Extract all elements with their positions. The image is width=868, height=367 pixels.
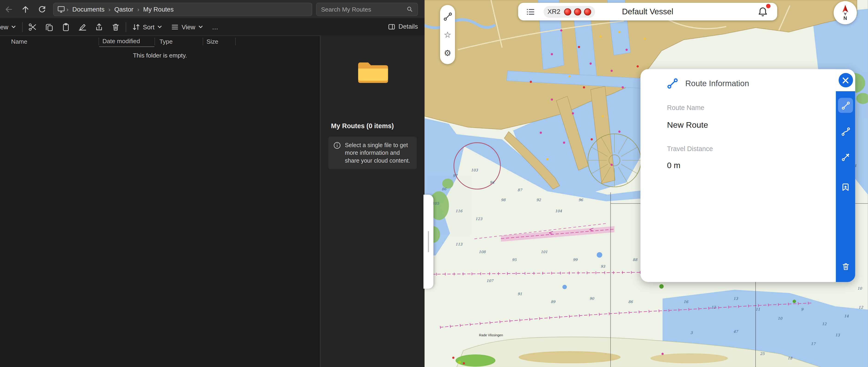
list-menu-icon: [526, 7, 535, 16]
sort-button[interactable]: Sort: [129, 20, 165, 33]
breadcrumb-separator: ›: [107, 6, 112, 12]
file-explorer-window: › Documents › Qastor › My Routes New: [0, 0, 425, 367]
info-icon: [333, 141, 341, 149]
map-left-toolbar: ☆ ⚙: [440, 5, 455, 64]
travel-distance-value: 0 m: [667, 161, 680, 170]
refresh-button[interactable]: [35, 3, 49, 16]
up-arrow-icon: [21, 5, 30, 13]
preview-title: My Routes (0 items): [331, 122, 394, 130]
status-light: [574, 8, 581, 15]
edit-route-tool-button[interactable]: [838, 98, 853, 113]
panel-title: Route Information: [685, 79, 749, 88]
more-options-button[interactable]: …: [209, 20, 221, 33]
chevron-down-icon: [11, 24, 16, 29]
drag-grip: [428, 231, 429, 252]
star-icon: ☆: [444, 31, 451, 39]
explorer-navbar: › Documents › Qastor › My Routes: [0, 0, 425, 18]
rename-button[interactable]: [76, 20, 89, 33]
toolbar-divider: [126, 22, 126, 32]
search-icon: [406, 5, 413, 13]
delete-route-button[interactable]: [838, 259, 853, 274]
share-button[interactable]: [92, 20, 106, 33]
paste-icon: [62, 23, 70, 31]
rename-icon: [78, 23, 87, 31]
route-info-card: Route Information Route Name New Route T…: [641, 69, 855, 282]
route-curve-icon: [841, 127, 850, 136]
info-text: Select a single file to get more informa…: [345, 141, 412, 164]
search-input[interactable]: [321, 6, 406, 12]
ellipsis-icon: …: [212, 24, 218, 30]
copy-button[interactable]: [42, 20, 56, 33]
close-icon: [842, 77, 849, 84]
route-name-label: Route Name: [667, 104, 704, 112]
route-icon: [443, 12, 452, 21]
new-button[interactable]: New: [0, 20, 19, 33]
settings-button[interactable]: ⚙: [441, 47, 454, 59]
chevron-down-icon: [157, 24, 162, 29]
refresh-icon: [38, 5, 46, 13]
routes-tool-button[interactable]: [441, 10, 454, 23]
breadcrumb-separator: ›: [136, 6, 141, 12]
info-box: Select a single file to get more informa…: [328, 136, 417, 169]
paste-button[interactable]: [59, 20, 72, 33]
breadcrumb-item-qastor[interactable]: Qastor: [112, 5, 136, 13]
status-light: [564, 8, 571, 15]
cut-button[interactable]: [26, 20, 39, 33]
file-list-area[interactable]: This folder is empty.: [0, 47, 320, 367]
back-button[interactable]: [2, 3, 16, 16]
delete-button[interactable]: [109, 20, 122, 33]
route-draw-icon: [841, 153, 850, 161]
column-header-size[interactable]: Size: [203, 35, 236, 47]
breadcrumb-item-my-routes[interactable]: My Routes: [141, 5, 177, 13]
route-icon: [667, 78, 678, 89]
compass-needle-icon: N: [836, 3, 855, 22]
bookmark-star-icon: [841, 182, 850, 192]
up-button[interactable]: [19, 3, 32, 16]
share-icon: [95, 23, 103, 31]
rail-top-cap: [836, 69, 855, 91]
breadcrumb-item-documents[interactable]: Documents: [70, 5, 107, 13]
back-arrow-icon: [4, 5, 13, 13]
details-pane: My Routes (0 items) Select a single file…: [320, 35, 425, 367]
this-pc-icon: [57, 5, 65, 13]
trash-icon: [841, 262, 850, 271]
view-button[interactable]: View: [168, 20, 206, 33]
compass-button[interactable]: N: [834, 1, 857, 25]
gear-icon: ⚙: [444, 49, 451, 57]
empty-folder-message: This folder is empty.: [0, 52, 320, 59]
details-button[interactable]: Details: [387, 20, 418, 33]
column-headers: Name Date modified Type Size: [0, 35, 320, 47]
route-curve-tool-button[interactable]: [838, 124, 853, 139]
vessel-status-pill[interactable]: XR2: [544, 6, 595, 17]
breadcrumb-separator: ›: [65, 6, 69, 12]
notification-dot: [766, 4, 770, 8]
vessel-bar: XR2 Default Vessel: [518, 3, 777, 21]
drawer-handle[interactable]: [423, 195, 433, 289]
bookmark-tool-button[interactable]: [838, 180, 853, 195]
column-header-name[interactable]: Name: [0, 35, 98, 47]
status-light: [584, 8, 591, 15]
route-tools-rail: [836, 69, 855, 282]
folder-icon: [357, 60, 389, 85]
view-icon: [171, 23, 179, 31]
close-panel-button[interactable]: [838, 73, 853, 87]
route-name-value: New Route: [667, 120, 708, 129]
copy-icon: [45, 23, 54, 31]
address-bar[interactable]: › Documents › Qastor › My Routes: [53, 3, 312, 16]
north-label: N: [843, 15, 847, 21]
column-divider: [235, 37, 236, 45]
travel-distance-label: Travel Distance: [667, 145, 713, 153]
screen: › Documents › Qastor › My Routes New: [0, 0, 868, 367]
route-info-panel: Route Information Route Name New Route T…: [641, 69, 836, 282]
menu-button[interactable]: [525, 6, 536, 17]
trash-icon: [111, 23, 120, 31]
route-draw-tool-button[interactable]: [838, 149, 853, 164]
favorites-button[interactable]: ☆: [441, 28, 454, 41]
chevron-down-icon: [198, 24, 203, 29]
sort-icon: [132, 23, 140, 31]
column-header-date-modified[interactable]: Date modified: [99, 35, 154, 47]
details-pane-icon: [387, 23, 396, 31]
route-edit-icon: [841, 101, 850, 110]
column-header-type[interactable]: Type: [155, 35, 203, 47]
toolbar-divider: [22, 22, 23, 32]
